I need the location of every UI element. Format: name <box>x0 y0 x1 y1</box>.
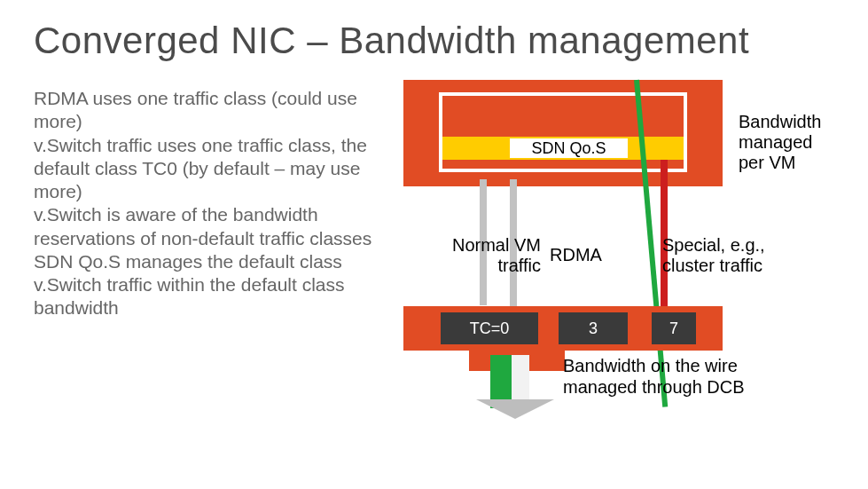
sdn-qos-label: SDN Qo.S <box>510 138 628 158</box>
label-special-l1: Special, e.g., <box>662 235 765 256</box>
label-normal-vm: Normal VM traffic <box>412 235 541 276</box>
label-special-l2: cluster traffic <box>662 256 765 276</box>
label-bw-l2: managed <box>739 132 821 153</box>
body-p1: RDMA uses one traffic class (could use m… <box>34 87 397 134</box>
label-dcb: Bandwidth on the wire managed through DC… <box>563 355 745 398</box>
body-text: RDMA uses one traffic class (could use m… <box>34 87 397 320</box>
funnel-down-arrow-icon <box>476 399 554 419</box>
label-bw-l1: Bandwidth <box>739 112 821 132</box>
body-p4: SDN Qo.S manages the default class v.Swi… <box>34 250 397 320</box>
label-dcb-l1: Bandwidth on the wire <box>563 355 745 376</box>
vswitch-inner-frame <box>439 92 687 172</box>
label-rdma: RDMA <box>550 245 602 265</box>
body-p2: v.Switch traffic uses one traffic class,… <box>34 134 397 204</box>
tc7-box: 7 <box>652 312 696 344</box>
tc0-box: TC=0 <box>441 312 538 344</box>
label-normal-l1: Normal VM <box>412 235 541 256</box>
label-dcb-l2: managed through DCB <box>563 376 745 398</box>
label-bandwidth-per-vm: Bandwidth managed per VM <box>739 112 821 173</box>
diagram: SDN Qo.S Bandwidth managed per VM Normal… <box>403 80 856 470</box>
slide-title: Converged NIC – Bandwidth management <box>34 20 834 62</box>
label-normal-l2: traffic <box>412 256 541 276</box>
label-special: Special, e.g., cluster traffic <box>662 235 765 276</box>
tc3-box: 3 <box>559 312 628 344</box>
body-p3: v.Switch is aware of the bandwidth reser… <box>34 203 397 250</box>
label-bw-l3: per VM <box>739 153 821 173</box>
